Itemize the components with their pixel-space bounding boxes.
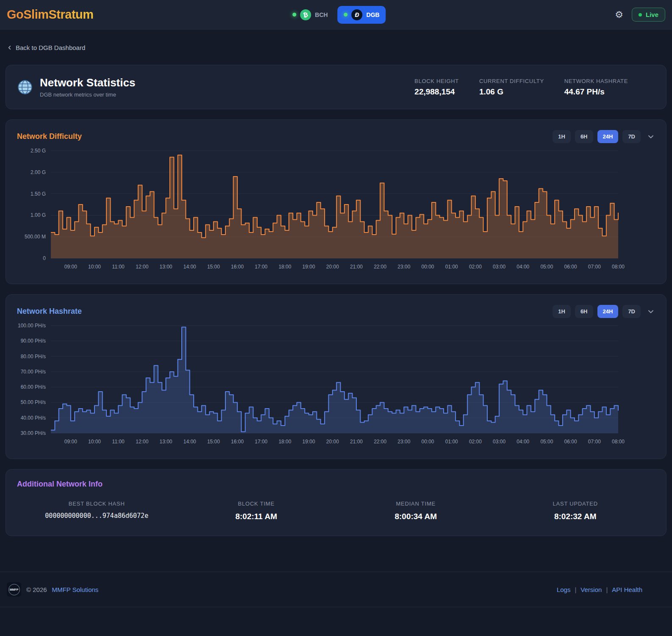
- chevron-left-icon: [6, 44, 13, 51]
- stat-label: BLOCK HEIGHT: [414, 78, 459, 84]
- app-header: GoSlimStratum ₿ BCH Đ DGB ⚙ Live: [0, 0, 672, 30]
- logs-link[interactable]: Logs: [557, 586, 571, 593]
- bch-status-dot: [292, 13, 296, 17]
- svg-text:40.00 PH/s: 40.00 PH/s: [21, 415, 46, 421]
- stat-network-hashrate: NETWORK HASHRATE 44.67 PH/s: [564, 78, 628, 97]
- svg-text:15:00: 15:00: [207, 439, 220, 445]
- range-button-6h[interactable]: 6H: [575, 130, 593, 143]
- svg-text:20:00: 20:00: [326, 264, 339, 270]
- info-value: 8:02:11 AM: [177, 512, 336, 521]
- svg-text:03:00: 03:00: [493, 439, 505, 445]
- svg-text:04:00: 04:00: [516, 439, 529, 445]
- back-to-dashboard-link[interactable]: Back to DGB Dashboard: [6, 44, 85, 51]
- additional-info-title: Additional Network Info: [17, 480, 655, 489]
- live-status-badge: Live: [632, 8, 665, 22]
- svg-text:1.00 G: 1.00 G: [31, 212, 46, 218]
- range-button-1h[interactable]: 1H: [553, 130, 571, 143]
- svg-text:09:00: 09:00: [64, 439, 77, 445]
- svg-text:16:00: 16:00: [231, 439, 244, 445]
- svg-text:13:00: 13:00: [160, 264, 172, 270]
- svg-text:13:00: 13:00: [160, 439, 172, 445]
- svg-text:19:00: 19:00: [303, 439, 315, 445]
- difficulty-chart-title: Network Difficulty: [17, 132, 82, 141]
- info-block-time: BLOCK TIME 8:02:11 AM: [177, 501, 336, 521]
- svg-text:02:00: 02:00: [469, 439, 482, 445]
- svg-text:09:00: 09:00: [64, 264, 77, 270]
- live-label: Live: [646, 11, 658, 18]
- coin-tab-bch-label: BCH: [315, 11, 328, 18]
- svg-text:17:00: 17:00: [255, 264, 267, 270]
- svg-text:01:00: 01:00: [445, 264, 458, 270]
- svg-text:18:00: 18:00: [278, 264, 291, 270]
- coin-tab-dgb[interactable]: Đ DGB: [338, 6, 386, 24]
- live-dot-icon: [639, 13, 642, 17]
- dgb-status-dot: [344, 13, 348, 17]
- link-separator: |: [606, 586, 608, 593]
- info-value: 000000000000...974a86d6072e: [17, 512, 177, 520]
- chevron-down-icon[interactable]: [647, 307, 655, 316]
- svg-text:22:00: 22:00: [374, 439, 386, 445]
- svg-text:05:00: 05:00: [540, 439, 553, 445]
- page-content: Back to DGB Dashboard Network Statistics…: [0, 30, 672, 536]
- info-label: BLOCK TIME: [177, 501, 336, 507]
- svg-text:23:00: 23:00: [397, 264, 410, 270]
- company-link[interactable]: MMFP Solutions: [52, 586, 99, 593]
- svg-text:30.00 PH/s: 30.00 PH/s: [21, 430, 46, 436]
- svg-text:16:00: 16:00: [231, 264, 244, 270]
- svg-text:11:00: 11:00: [112, 264, 125, 270]
- range-button-1h[interactable]: 1H: [553, 305, 571, 318]
- svg-text:05:00: 05:00: [540, 264, 553, 270]
- info-last-updated: LAST UPDATED 8:02:32 AM: [496, 501, 655, 521]
- mmfp-logo: MMFP: [7, 582, 21, 597]
- hashrate-chart-title: Network Hashrate: [17, 307, 82, 316]
- svg-text:12:00: 12:00: [136, 439, 148, 445]
- range-button-24h[interactable]: 24H: [597, 305, 619, 318]
- stats-summary: BLOCK HEIGHT 22,988,154 CURRENT DIFFICUL…: [414, 78, 655, 97]
- svg-text:07:00: 07:00: [588, 439, 601, 445]
- svg-text:03:00: 03:00: [493, 264, 505, 270]
- svg-text:23:00: 23:00: [397, 439, 410, 445]
- difficulty-range-controls: 1H 6H 24H 7D: [553, 130, 655, 143]
- svg-text:01:00: 01:00: [445, 439, 458, 445]
- header-actions: ⚙ Live: [615, 8, 665, 22]
- additional-network-info-panel: Additional Network Info BEST BLOCK HASH …: [6, 469, 666, 536]
- hashrate-range-controls: 1H 6H 24H 7D: [553, 305, 655, 318]
- svg-text:14:00: 14:00: [183, 264, 196, 270]
- svg-text:17:00: 17:00: [255, 439, 267, 445]
- range-button-7d[interactable]: 7D: [622, 305, 641, 318]
- back-link-label: Back to DGB Dashboard: [16, 44, 85, 51]
- brand-logo[interactable]: GoSlimStratum: [7, 8, 94, 22]
- svg-text:07:00: 07:00: [588, 264, 601, 270]
- svg-text:1.50 G: 1.50 G: [31, 191, 46, 197]
- svg-text:90.00 PH/s: 90.00 PH/s: [21, 338, 46, 344]
- version-link[interactable]: Version: [580, 586, 602, 593]
- network-statistics-panel: Network Statistics DGB network metrics o…: [6, 65, 666, 109]
- stat-value: 22,988,154: [414, 87, 459, 97]
- info-label: MEDIAN TIME: [336, 501, 496, 507]
- svg-text:19:00: 19:00: [303, 264, 315, 270]
- copyright-text: © 2026: [26, 586, 47, 593]
- svg-text:500.00 M: 500.00 M: [25, 234, 46, 240]
- page-title: Network Statistics: [40, 76, 135, 89]
- range-button-24h[interactable]: 24H: [597, 130, 619, 143]
- svg-text:20:00: 20:00: [326, 439, 339, 445]
- stat-label: CURRENT DIFFICULTY: [479, 78, 544, 84]
- api-health-link[interactable]: API Health: [612, 586, 642, 593]
- svg-text:06:00: 06:00: [564, 264, 577, 270]
- info-best-block-hash: BEST BLOCK HASH 000000000000...974a86d60…: [17, 501, 177, 521]
- svg-text:04:00: 04:00: [516, 264, 529, 270]
- stat-current-difficulty: CURRENT DIFFICULTY 1.06 G: [479, 78, 544, 97]
- chevron-down-icon[interactable]: [647, 133, 655, 141]
- svg-text:2.00 G: 2.00 G: [31, 169, 46, 175]
- range-button-7d[interactable]: 7D: [622, 130, 641, 143]
- info-value: 8:00:34 AM: [336, 512, 496, 521]
- svg-text:70.00 PH/s: 70.00 PH/s: [21, 369, 46, 375]
- settings-gear-icon[interactable]: ⚙: [615, 10, 623, 19]
- range-button-6h[interactable]: 6H: [575, 305, 593, 318]
- svg-text:00:00: 00:00: [422, 439, 434, 445]
- svg-text:10:00: 10:00: [88, 439, 101, 445]
- hashrate-chart: 30.00 PH/s40.00 PH/s50.00 PH/s60.00 PH/s…: [17, 321, 655, 448]
- info-label: LAST UPDATED: [496, 501, 655, 507]
- coin-tab-bch[interactable]: ₿ BCH: [286, 6, 334, 24]
- bch-coin-icon: ₿: [300, 9, 311, 20]
